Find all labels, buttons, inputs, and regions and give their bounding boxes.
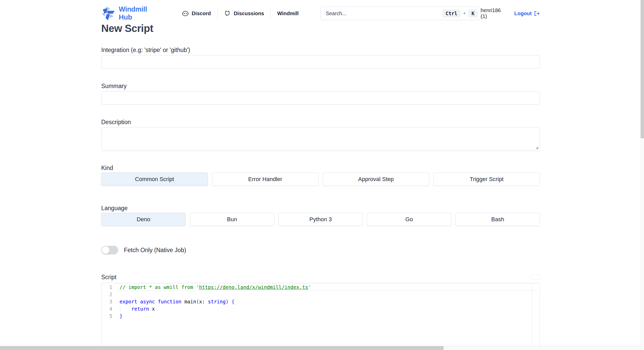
integration-label: Integration (e.g: 'stripe' or 'github') bbox=[101, 46, 540, 54]
kind-option-common-script[interactable]: Common Script bbox=[101, 173, 208, 186]
horizontal-scrollbar-thumb[interactable] bbox=[0, 346, 444, 350]
discord-icon bbox=[182, 10, 189, 17]
logout-icon bbox=[533, 10, 540, 17]
line-number: 4 bbox=[101, 305, 120, 312]
nav-divider bbox=[217, 8, 217, 19]
nav-label-windmill: Windmill bbox=[277, 11, 299, 16]
fetch-only-toggle[interactable] bbox=[101, 246, 118, 254]
logout-label: Logout bbox=[514, 11, 532, 16]
description-label: Description bbox=[101, 118, 540, 126]
code-line-1: 1// import * as wmill from 'https://deno… bbox=[101, 284, 540, 291]
header: Windmill Hub Discord bbox=[101, 0, 540, 21]
page-title: New Script bbox=[101, 23, 540, 34]
summary-label: Summary bbox=[101, 82, 540, 90]
nav-label-discussions: Discussions bbox=[234, 11, 264, 16]
nav-item-discussions[interactable]: Discussions bbox=[224, 10, 264, 17]
kind-options: Common ScriptError HandlerApproval StepT… bbox=[101, 173, 540, 186]
user-area: henri186 (1) Logout bbox=[481, 7, 540, 19]
language-options: DenoBunPython 3GoBash bbox=[101, 213, 540, 226]
code-line-2: 2 bbox=[101, 291, 540, 298]
script-label: Script bbox=[101, 274, 116, 281]
line-number: 1 bbox=[101, 284, 120, 291]
summary-input[interactable] bbox=[101, 91, 540, 105]
code-text: // import * as wmill from 'https://deno.… bbox=[120, 284, 311, 291]
editor-scroll-divider bbox=[532, 283, 532, 350]
windmill-logo-icon bbox=[101, 6, 115, 21]
code-text: export async function main(x: string) { bbox=[120, 298, 234, 305]
code-text: } bbox=[120, 312, 122, 320]
integration-input[interactable] bbox=[101, 55, 540, 69]
resize-grip-icon[interactable] bbox=[535, 146, 539, 149]
code-line-3: 3export async function main(x: string) { bbox=[101, 298, 540, 305]
script-editor[interactable]: 1// import * as wmill from 'https://deno… bbox=[101, 283, 540, 350]
description-textarea[interactable] bbox=[101, 127, 540, 151]
line-number: 5 bbox=[101, 312, 120, 320]
key-k-badge: K bbox=[468, 9, 478, 18]
header-nav: Discord Discussions Windmill bbox=[182, 8, 299, 19]
brand[interactable]: Windmill Hub bbox=[101, 5, 161, 21]
language-option-bun[interactable]: Bun bbox=[190, 213, 274, 226]
nav-item-discord[interactable]: Discord bbox=[182, 10, 211, 17]
search-placeholder: Search... bbox=[326, 11, 442, 16]
line-number: 3 bbox=[101, 298, 120, 305]
username-text: henri186 (1) bbox=[481, 7, 507, 19]
kind-option-approval-step[interactable]: Approval Step bbox=[323, 173, 429, 186]
language-option-deno[interactable]: Deno bbox=[101, 213, 186, 226]
kind-label: Kind bbox=[101, 164, 540, 172]
code-line-4: 4 return x bbox=[101, 305, 540, 312]
line-number: 2 bbox=[101, 291, 120, 298]
key-ctrl-badge: Ctrl bbox=[442, 9, 461, 18]
key-plus: + bbox=[463, 11, 466, 16]
brand-title: Windmill Hub bbox=[119, 5, 161, 21]
nav-label-discord: Discord bbox=[192, 11, 211, 16]
fetch-only-label: Fetch Only (Native Job) bbox=[124, 247, 186, 254]
nav-item-windmill[interactable]: Windmill bbox=[277, 11, 299, 16]
horizontal-scrollbar[interactable] bbox=[0, 346, 644, 350]
language-option-go[interactable]: Go bbox=[367, 213, 451, 226]
kind-option-trigger-script[interactable]: Trigger Script bbox=[433, 173, 540, 186]
code-line-5: 5} bbox=[101, 312, 540, 320]
nav-divider bbox=[270, 8, 271, 19]
discussions-icon bbox=[224, 10, 231, 17]
vertical-scrollbar[interactable] bbox=[640, 0, 644, 350]
language-option-python-3[interactable]: Python 3 bbox=[278, 213, 363, 226]
search-input[interactable]: Search... Ctrl + K bbox=[320, 7, 481, 20]
logout-link[interactable]: Logout bbox=[514, 10, 540, 17]
language-label: Language bbox=[101, 204, 540, 212]
editor-collapse-pill-button[interactable] bbox=[530, 274, 540, 280]
toggle-knob bbox=[102, 246, 109, 254]
code-text: return x bbox=[120, 305, 155, 312]
kind-option-error-handler[interactable]: Error Handler bbox=[212, 173, 319, 186]
vertical-scrollbar-thumb[interactable] bbox=[641, 0, 644, 138]
language-option-bash[interactable]: Bash bbox=[455, 213, 540, 226]
